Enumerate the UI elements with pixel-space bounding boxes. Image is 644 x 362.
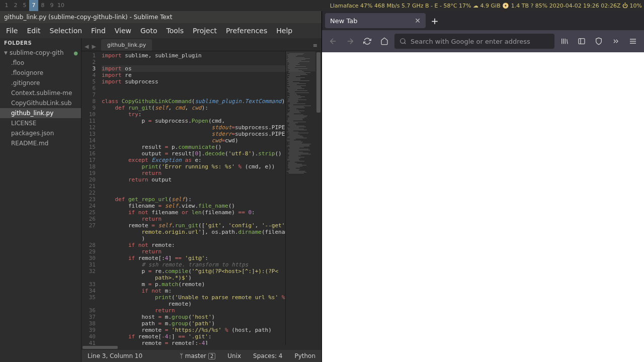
workspace-1[interactable]: 1	[2, 0, 11, 11]
new-tab-button[interactable]: +	[428, 14, 442, 28]
sidebar[interactable]: FOLDERS ▼ sublime-copy-gith ● .floo.floo…	[0, 38, 82, 362]
window-title: github_link.py (sublime-copy-github-link…	[0, 11, 321, 23]
menu-file[interactable]: File	[6, 27, 18, 35]
menu-tools[interactable]: Tools	[166, 27, 184, 35]
address-bar[interactable]: Search with Google or enter address	[394, 34, 554, 49]
sidebar-item[interactable]: packages.json	[0, 128, 81, 138]
menu-goto[interactable]: Goto	[140, 27, 157, 35]
library-icon[interactable]	[557, 34, 572, 48]
gutter: 1234567891011121314151617181920212223242…	[82, 51, 99, 345]
sidebar-icon[interactable]	[575, 34, 589, 48]
workspace-5[interactable]: 5	[20, 0, 29, 11]
sidebar-item[interactable]: README.md	[0, 138, 81, 148]
back-button[interactable]	[326, 34, 340, 48]
chevron-down-icon: ▼	[4, 50, 8, 55]
shield-icon[interactable]	[592, 34, 606, 48]
status-branch[interactable]: ᛘ master 2	[180, 352, 215, 359]
menu-view[interactable]: View	[115, 27, 131, 35]
vcs-dot-icon: ●	[73, 50, 78, 56]
sidebar-item[interactable]: CopyGithubLink.sub	[0, 98, 81, 108]
sidebar-item[interactable]: github_link.py	[0, 108, 81, 118]
menu-find[interactable]: Find	[91, 27, 106, 35]
menu-selection[interactable]: Selection	[50, 27, 83, 35]
menu-bar[interactable]: FileEditSelectionFindViewGotoToolsProjec…	[0, 23, 321, 38]
svg-point-0	[400, 39, 405, 43]
menu-help[interactable]: Help	[276, 27, 292, 35]
sidebar-item[interactable]: .floo	[0, 58, 81, 68]
close-icon[interactable]: ✕	[415, 17, 421, 25]
sidebar-item[interactable]: .flooignore	[0, 68, 81, 78]
forward-button[interactable]	[343, 34, 357, 48]
tab-menu-icon[interactable]: ≡	[309, 40, 321, 51]
sidebar-item[interactable]: LICENSE	[0, 118, 81, 128]
workspace-7[interactable]: 7	[29, 0, 38, 11]
menu-project[interactable]: Project	[193, 27, 217, 35]
status-bar[interactable]: Line 3, Column 10 ᛘ master 2 Unix Spaces…	[82, 350, 321, 362]
overflow-icon[interactable]	[609, 34, 623, 48]
workspace-10[interactable]: 10	[56, 0, 65, 11]
menu-preferences[interactable]: Preferences	[226, 27, 267, 35]
menu-edit[interactable]: Edit	[27, 27, 40, 35]
workspace-9[interactable]: 9	[47, 0, 56, 11]
sidebar-folder-root[interactable]: ▼ sublime-copy-gith ●	[0, 48, 81, 58]
sidebar-header: FOLDERS	[0, 38, 81, 48]
browser-tab[interactable]: New Tab ✕	[325, 13, 426, 28]
editor-tab[interactable]: github_link.py	[101, 39, 152, 51]
browser-content	[322, 52, 644, 362]
nav-back-icon[interactable]: ◀	[84, 42, 90, 51]
browser-window: New Tab ✕ + Search with Google or enter …	[322, 11, 644, 362]
status-line-ending[interactable]: Unix	[227, 352, 241, 359]
workspace-8[interactable]: 8	[38, 0, 47, 11]
workspace-switcher[interactable]: 12578910	[2, 0, 65, 11]
svg-rect-1	[579, 39, 585, 44]
nav-fwd-icon[interactable]: ▶	[91, 42, 97, 51]
status-indent[interactable]: Spaces: 4	[253, 352, 282, 359]
sidebar-item[interactable]: Context.sublime-me	[0, 88, 81, 98]
folder-label: sublime-copy-gith	[10, 49, 64, 56]
browser-toolbar: Search with Google or enter address	[322, 30, 644, 52]
workspace-2[interactable]: 2	[11, 0, 20, 11]
home-button[interactable]	[377, 34, 391, 48]
status-position: Line 3, Column 10	[88, 352, 142, 359]
status-syntax[interactable]: Python	[294, 352, 315, 359]
sidebar-item[interactable]: .gitignore	[0, 78, 81, 88]
menu-icon[interactable]	[626, 34, 640, 48]
horizontal-scrollbar[interactable]	[82, 345, 321, 350]
tab-label: New Tab	[330, 17, 358, 25]
system-status: Llamaface 47% 468 Mb/s 5.7 GHz B - E - 5…	[330, 3, 642, 9]
reload-button[interactable]	[360, 34, 374, 48]
system-bar: 12578910 Llamaface 47% 468 Mb/s 5.7 GHz …	[0, 0, 644, 11]
vertical-scrollbar[interactable]	[315, 51, 321, 345]
minimap[interactable]	[285, 51, 315, 345]
search-icon	[399, 38, 407, 45]
tab-bar[interactable]: ◀ ▶ github_link.py ≡	[82, 38, 321, 51]
url-placeholder: Search with Google or enter address	[411, 38, 530, 45]
browser-tab-bar[interactable]: New Tab ✕ +	[322, 11, 644, 30]
sublime-window: github_link.py (sublime-copy-github-link…	[0, 11, 322, 362]
code-editor[interactable]: import sublime, sublime_pluginimport osi…	[99, 51, 285, 345]
